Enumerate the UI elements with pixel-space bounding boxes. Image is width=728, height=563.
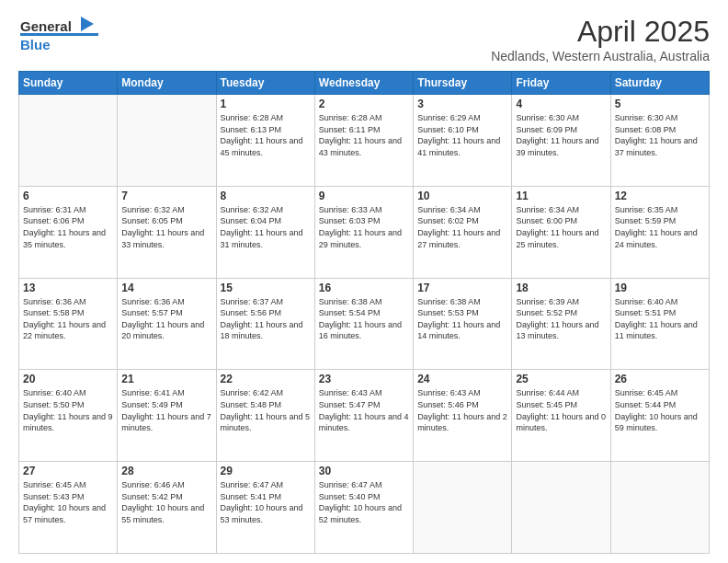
day-number: 13: [23, 282, 113, 294]
day-info: Sunrise: 6:28 AMSunset: 6:11 PMDaylight:…: [319, 112, 409, 158]
day-number: 27: [23, 465, 113, 477]
day-number: 11: [516, 190, 606, 202]
day-info: Sunrise: 6:47 AMSunset: 5:41 PMDaylight:…: [221, 479, 311, 525]
calendar-cell: 9Sunrise: 6:33 AMSunset: 6:03 PMDaylight…: [314, 186, 413, 278]
day-number: 10: [417, 190, 507, 202]
calendar-cell: [414, 462, 512, 554]
calendar-cell: 24Sunrise: 6:43 AMSunset: 5:46 PMDayligh…: [414, 370, 512, 462]
day-info: Sunrise: 6:40 AMSunset: 5:50 PMDaylight:…: [23, 387, 113, 433]
calendar-cell: 22Sunrise: 6:42 AMSunset: 5:48 PMDayligh…: [216, 370, 314, 462]
svg-marker-1: [81, 17, 94, 31]
day-of-week-header: Sunday: [19, 72, 118, 95]
calendar-cell: 17Sunrise: 6:38 AMSunset: 5:53 PMDayligh…: [414, 278, 512, 370]
calendar-week-row: 20Sunrise: 6:40 AMSunset: 5:50 PMDayligh…: [19, 370, 710, 462]
day-of-week-header: Wednesday: [314, 72, 413, 95]
svg-text:General: General: [20, 18, 72, 34]
day-number: 1: [221, 98, 311, 110]
day-number: 24: [417, 373, 507, 385]
day-number: 20: [23, 373, 113, 385]
day-info: Sunrise: 6:38 AMSunset: 5:53 PMDaylight:…: [417, 296, 507, 342]
page: General Blue April 2025 Nedlands, Wester…: [0, 0, 728, 563]
day-info: Sunrise: 6:44 AMSunset: 5:45 PMDaylight:…: [516, 387, 606, 433]
day-info: Sunrise: 6:35 AMSunset: 5:59 PMDaylight:…: [615, 204, 705, 250]
calendar-cell: 15Sunrise: 6:37 AMSunset: 5:56 PMDayligh…: [216, 278, 314, 370]
calendar-cell: 3Sunrise: 6:29 AMSunset: 6:10 PMDaylight…: [414, 95, 512, 187]
calendar-cell: 6Sunrise: 6:31 AMSunset: 6:06 PMDaylight…: [19, 186, 118, 278]
calendar-cell: 10Sunrise: 6:34 AMSunset: 6:02 PMDayligh…: [414, 186, 512, 278]
day-of-week-header: Thursday: [414, 72, 512, 95]
calendar-cell: 12Sunrise: 6:35 AMSunset: 5:59 PMDayligh…: [610, 186, 709, 278]
calendar-cell: 8Sunrise: 6:32 AMSunset: 6:04 PMDaylight…: [216, 186, 314, 278]
day-info: Sunrise: 6:34 AMSunset: 6:02 PMDaylight:…: [417, 204, 507, 250]
day-number: 23: [319, 373, 409, 385]
day-info: Sunrise: 6:28 AMSunset: 6:13 PMDaylight:…: [221, 112, 311, 158]
calendar-header-row: SundayMondayTuesdayWednesdayThursdayFrid…: [19, 72, 710, 95]
day-info: Sunrise: 6:29 AMSunset: 6:10 PMDaylight:…: [417, 112, 507, 158]
day-number: 30: [319, 465, 409, 477]
day-number: 28: [121, 465, 211, 477]
day-info: Sunrise: 6:34 AMSunset: 6:00 PMDaylight:…: [516, 204, 606, 250]
day-of-week-header: Friday: [512, 72, 610, 95]
day-info: Sunrise: 6:30 AMSunset: 6:09 PMDaylight:…: [516, 112, 606, 158]
calendar-cell: 26Sunrise: 6:45 AMSunset: 5:44 PMDayligh…: [610, 370, 709, 462]
calendar-table: SundayMondayTuesdayWednesdayThursdayFrid…: [18, 71, 710, 554]
day-of-week-header: Tuesday: [216, 72, 314, 95]
day-info: Sunrise: 6:38 AMSunset: 5:54 PMDaylight:…: [319, 296, 409, 342]
calendar-cell: 29Sunrise: 6:47 AMSunset: 5:41 PMDayligh…: [216, 462, 314, 554]
day-number: 7: [121, 190, 211, 202]
calendar-cell: 23Sunrise: 6:43 AMSunset: 5:47 PMDayligh…: [314, 370, 413, 462]
calendar-week-row: 27Sunrise: 6:45 AMSunset: 5:43 PMDayligh…: [19, 462, 710, 554]
day-info: Sunrise: 6:31 AMSunset: 6:06 PMDaylight:…: [23, 204, 113, 250]
calendar-cell: [610, 462, 709, 554]
day-number: 26: [615, 373, 705, 385]
day-of-week-header: Saturday: [610, 72, 709, 95]
day-info: Sunrise: 6:40 AMSunset: 5:51 PMDaylight:…: [615, 296, 705, 342]
calendar-cell: 7Sunrise: 6:32 AMSunset: 6:05 PMDaylight…: [118, 186, 216, 278]
day-info: Sunrise: 6:37 AMSunset: 5:56 PMDaylight:…: [221, 296, 311, 342]
calendar-cell: [118, 95, 216, 187]
day-number: 17: [417, 282, 507, 294]
day-info: Sunrise: 6:32 AMSunset: 6:05 PMDaylight:…: [121, 204, 211, 250]
day-number: 12: [615, 190, 705, 202]
day-number: 16: [319, 282, 409, 294]
day-info: Sunrise: 6:45 AMSunset: 5:44 PMDaylight:…: [615, 387, 705, 433]
day-info: Sunrise: 6:36 AMSunset: 5:57 PMDaylight:…: [121, 296, 211, 342]
calendar-cell: 16Sunrise: 6:38 AMSunset: 5:54 PMDayligh…: [314, 278, 413, 370]
day-info: Sunrise: 6:42 AMSunset: 5:48 PMDaylight:…: [221, 387, 311, 433]
day-info: Sunrise: 6:32 AMSunset: 6:04 PMDaylight:…: [221, 204, 311, 250]
calendar-cell: 28Sunrise: 6:46 AMSunset: 5:42 PMDayligh…: [118, 462, 216, 554]
day-info: Sunrise: 6:46 AMSunset: 5:42 PMDaylight:…: [121, 479, 211, 525]
calendar-cell: [19, 95, 118, 187]
calendar-cell: 21Sunrise: 6:41 AMSunset: 5:49 PMDayligh…: [118, 370, 216, 462]
logo: General Blue: [18, 15, 101, 55]
calendar-cell: 13Sunrise: 6:36 AMSunset: 5:58 PMDayligh…: [19, 278, 118, 370]
calendar-cell: 20Sunrise: 6:40 AMSunset: 5:50 PMDayligh…: [19, 370, 118, 462]
day-number: 19: [615, 282, 705, 294]
svg-text:Blue: Blue: [20, 37, 51, 52]
header-right: April 2025 Nedlands, Western Australia, …: [491, 15, 710, 63]
header: General Blue April 2025 Nedlands, Wester…: [18, 15, 710, 63]
calendar-cell: 5Sunrise: 6:30 AMSunset: 6:08 PMDaylight…: [610, 95, 709, 187]
day-info: Sunrise: 6:33 AMSunset: 6:03 PMDaylight:…: [319, 204, 409, 250]
day-info: Sunrise: 6:47 AMSunset: 5:40 PMDaylight:…: [319, 479, 409, 525]
location: Nedlands, Western Australia, Australia: [491, 49, 710, 63]
calendar-week-row: 6Sunrise: 6:31 AMSunset: 6:06 PMDaylight…: [19, 186, 710, 278]
day-info: Sunrise: 6:43 AMSunset: 5:47 PMDaylight:…: [319, 387, 409, 433]
calendar-week-row: 13Sunrise: 6:36 AMSunset: 5:58 PMDayligh…: [19, 278, 710, 370]
day-number: 25: [516, 373, 606, 385]
calendar-cell: 14Sunrise: 6:36 AMSunset: 5:57 PMDayligh…: [118, 278, 216, 370]
logo-svg: General Blue: [18, 15, 101, 55]
calendar-cell: 19Sunrise: 6:40 AMSunset: 5:51 PMDayligh…: [610, 278, 709, 370]
day-number: 29: [221, 465, 311, 477]
calendar-cell: 30Sunrise: 6:47 AMSunset: 5:40 PMDayligh…: [314, 462, 413, 554]
calendar-cell: 1Sunrise: 6:28 AMSunset: 6:13 PMDaylight…: [216, 95, 314, 187]
day-number: 22: [221, 373, 311, 385]
day-number: 2: [319, 98, 409, 110]
calendar-cell: 11Sunrise: 6:34 AMSunset: 6:00 PMDayligh…: [512, 186, 610, 278]
svg-rect-2: [20, 33, 98, 36]
day-info: Sunrise: 6:43 AMSunset: 5:46 PMDaylight:…: [417, 387, 507, 433]
calendar-cell: 27Sunrise: 6:45 AMSunset: 5:43 PMDayligh…: [19, 462, 118, 554]
calendar-cell: [512, 462, 610, 554]
day-info: Sunrise: 6:41 AMSunset: 5:49 PMDaylight:…: [121, 387, 211, 433]
day-number: 9: [319, 190, 409, 202]
